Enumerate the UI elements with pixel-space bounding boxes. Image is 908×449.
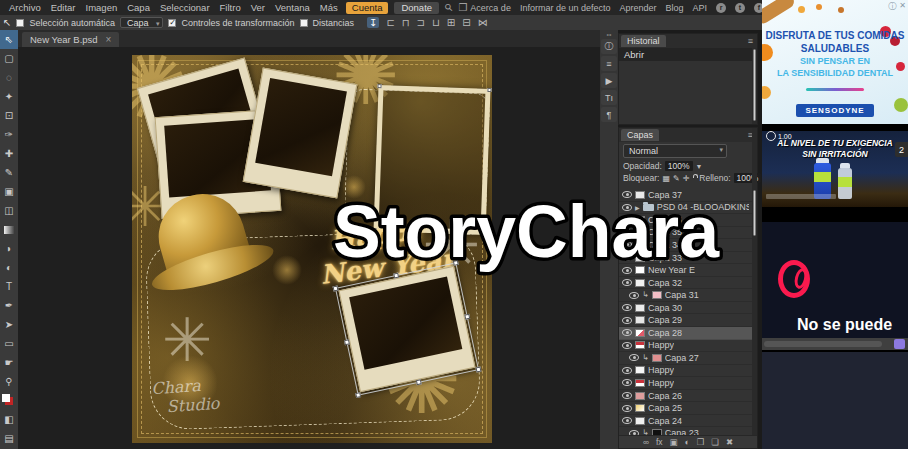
lock-position-icon[interactable]: ✛ [683,174,690,183]
visibility-eye-icon[interactable] [622,267,632,274]
selected-polaroid[interactable] [338,266,475,392]
layer-row[interactable]: ▶ ↳ PSD 04 -BLOOADKINS [619,202,752,215]
shape-tool[interactable]: ▭ [0,334,18,353]
gillette-video-ad[interactable]: AL NIVEL DE TU EXIGENCIA SIN IRRITACIÓN … [762,127,908,218]
header-link[interactable]: Blog [665,3,683,13]
visibility-eye-icon[interactable] [622,204,632,211]
crop-tool[interactable]: ⊡ [0,106,18,125]
gradient-tool[interactable] [0,220,18,239]
layers-scrollbar[interactable] [752,128,757,435]
close-icon[interactable]: × [106,34,112,45]
layer-row[interactable]: ▶ ↳ Capa 25 [619,402,752,415]
menu-item[interactable]: Imagen [81,2,123,13]
quick-select-tool[interactable]: ✦ [0,87,18,106]
layer-row[interactable]: ▶ ↳ Capa 34 [619,239,752,252]
clone-stamp-tool[interactable]: ▣ [0,182,18,201]
select-tool[interactable]: ▢ [0,49,18,68]
menu-item[interactable]: Seleccionar [155,2,215,13]
sensodyne-ad[interactable]: ⓘ ✕ DISFRUTA DE TUS COMIDAS SALUDABLES S… [762,0,908,124]
header-link[interactable]: API [693,3,708,13]
layers-panel-tab[interactable]: Capas [621,129,659,141]
header-link[interactable]: Acerca de [470,3,511,13]
move-tool[interactable]: ⇖ [0,30,18,49]
target-select[interactable]: Capa ▾ [120,17,164,28]
visibility-eye-icon[interactable] [622,329,632,336]
canvas-workspace[interactable]: ✺ ✺ ✳ ✺ ✳ ✳ [18,47,600,449]
auto-select-checkbox[interactable] [16,19,24,27]
transform-handle[interactable] [393,273,399,279]
lasso-tool[interactable]: ◌ [0,68,18,87]
delete-icon[interactable]: ✖ [726,437,733,447]
transform-handle[interactable] [355,392,361,398]
type-tool[interactable]: T [0,277,18,296]
align-center-icon[interactable]: ⊓ [402,17,410,28]
layer-row[interactable]: ▶ ↳ New Year E [619,264,752,277]
character-panel-icon[interactable]: Tı [601,90,617,105]
heal-tool[interactable]: ✚ [0,144,18,163]
visibility-eye-icon[interactable] [622,367,632,374]
more-align-icon[interactable]: ⋈ [478,17,488,28]
layer-row[interactable]: ▶ ↳ Capa 36 [619,214,752,227]
blur-tool[interactable]: ◗ [0,239,18,258]
blend-mode-select[interactable]: Normal ▾ [623,144,727,158]
transform-handle[interactable] [344,339,350,345]
opacity-value[interactable]: 100% [665,161,693,171]
visibility-eye-icon[interactable] [622,191,632,198]
brush-tool[interactable]: ✎ [0,163,18,182]
transform-handle[interactable] [453,260,459,266]
document-tab[interactable]: New Year B.psd × [22,32,119,47]
history-entry[interactable]: Abrir [619,48,757,61]
eyedropper-tool[interactable]: ✑ [0,125,18,144]
distribute-horizontal-icon[interactable]: ⊞ [447,17,455,28]
panel-menu-icon[interactable]: ≡ [748,36,755,46]
header-link[interactable]: Aprender [619,3,656,13]
visibility-eye-icon[interactable] [622,254,632,261]
lock-pixels-icon[interactable]: ✎ [673,174,680,183]
account-button[interactable]: Cuenta [346,2,389,14]
align-top-icon[interactable]: ⊔ [432,17,440,28]
visibility-eye-icon[interactable] [622,229,632,236]
visibility-eye-icon[interactable] [622,304,632,311]
expander-icon[interactable]: ▶ [635,204,640,211]
quick-mask-tool[interactable]: ◧ [0,410,18,429]
layer-row[interactable]: ▶ ↳ Capa 37 [619,189,752,202]
hand-tool[interactable]: ☛ [0,353,18,372]
history-panel-tab[interactable]: Historial [621,35,666,47]
layer-row[interactable]: ▶ ↳ Capa 32 [619,277,752,290]
visibility-eye-icon[interactable] [629,354,639,361]
path-select-tool[interactable]: ➤ [0,315,18,334]
menu-item[interactable]: Capa [122,2,155,13]
distances-checkbox[interactable] [300,19,308,27]
transform-handle[interactable] [416,379,422,385]
transform-handle[interactable] [333,286,339,292]
ad-carousel-badge[interactable]: 2 [895,142,908,157]
history-scrollbar[interactable] [752,48,757,124]
layer-row[interactable]: ▶ ↳ Capa 26 [619,390,752,403]
link-icon[interactable]: ∞ [643,437,649,447]
scrollbar-thumb[interactable] [764,341,882,347]
visibility-eye-icon[interactable] [622,216,632,223]
fullscreen-icon[interactable]: ❐ [455,2,470,13]
fill-value[interactable]: 100% [734,173,762,183]
layer-row[interactable]: ▶ ↳ Capa 30 [619,302,752,315]
effects-icon[interactable]: fx [656,437,663,447]
pen-tool[interactable]: ✒ [0,296,18,315]
visibility-eye-icon[interactable] [622,392,632,399]
visibility-eye-icon[interactable] [622,279,632,286]
menu-item[interactable]: Archivo [4,2,46,13]
menu-item[interactable]: Editar [46,2,81,13]
transform-handle[interactable] [464,314,470,320]
properties-panel-icon[interactable]: ≡ [601,56,617,71]
transform-controls-checkbox[interactable]: ✓ [168,19,176,27]
align-right-icon[interactable]: ⊐ [417,17,425,28]
visibility-eye-icon[interactable] [629,292,639,299]
group-icon[interactable]: ❒ [697,437,705,447]
donate-button[interactable]: Donate [394,2,439,14]
distribute-vertical-icon[interactable]: ⊟ [462,17,470,28]
eraser-tool[interactable]: ◫ [0,201,18,220]
menu-item[interactable]: Ventana [270,2,315,13]
layer-row[interactable]: ▶ ↳ Capa 23 [619,427,752,435]
actions-panel-icon[interactable]: ▶ [601,73,617,88]
new-layer-icon[interactable]: ❏ [711,437,719,447]
layer-row[interactable]: ▶ ↳ Capa 31 [619,289,752,302]
